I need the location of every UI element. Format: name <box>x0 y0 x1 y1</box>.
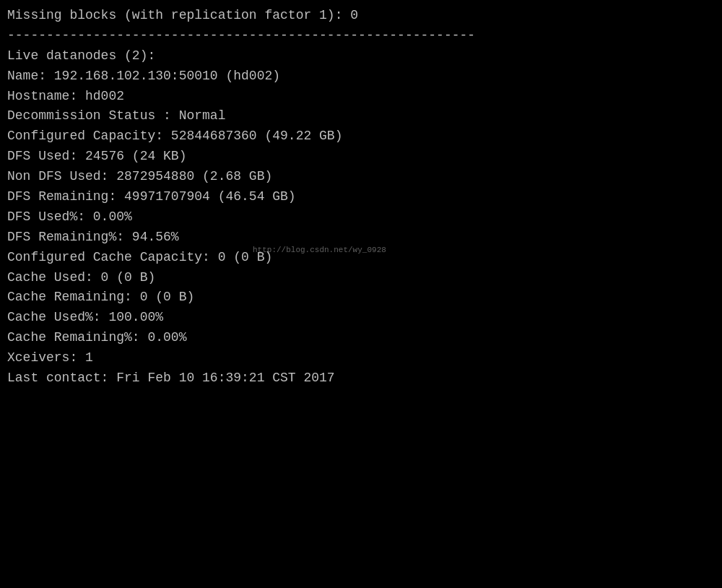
terminal-line-dfs-used: DFS Used: 24576 (24 KB) <box>7 147 715 167</box>
terminal-line-cache-remaining-pct: Cache Remaining%: 0.00% <box>7 328 715 348</box>
terminal-line-last-contact: Last contact: Fri Feb 10 16:39:21 CST 20… <box>7 368 715 389</box>
terminal-line-live-datanodes: Live datanodes (2): <box>7 46 715 66</box>
terminal-line-cache-used-pct: Cache Used%: 100.00% <box>7 308 715 328</box>
terminal-line-cache-used: Cache Used: 0 (0 B) <box>7 268 715 288</box>
terminal-line-dfs-remaining: DFS Remaining: 49971707904 (46.54 GB) <box>7 187 715 207</box>
terminal-line-name: Name: 192.168.102.130:50010 (hd002) <box>7 66 715 87</box>
terminal-output: Missing blocks (with replication factor … <box>7 6 715 389</box>
terminal-line-xceivers: Xceivers: 1 <box>7 348 715 368</box>
terminal-line-missing-blocks: Missing blocks (with replication factor … <box>7 6 715 26</box>
terminal-line-decommission-status: Decommission Status : Normal <box>7 106 715 126</box>
terminal-line-configured-capacity: Configured Capacity: 52844687360 (49.22 … <box>7 126 715 147</box>
terminal-line-non-dfs-used: Non DFS Used: 2872954880 (2.68 GB) <box>7 167 715 187</box>
terminal-line-dfs-remaining-pct: DFS Remaining%: 94.56% <box>7 228 715 248</box>
terminal-line-hostname: Hostname: hd002 <box>7 87 715 107</box>
terminal-line-configured-cache-capacity: Configured Cache Capacity: 0 (0 B) <box>7 248 715 268</box>
terminal-line-separator: ----------------------------------------… <box>7 26 715 46</box>
terminal-line-dfs-used-pct: DFS Used%: 0.00% <box>7 207 715 228</box>
terminal-line-cache-remaining: Cache Remaining: 0 (0 B) <box>7 287 715 308</box>
